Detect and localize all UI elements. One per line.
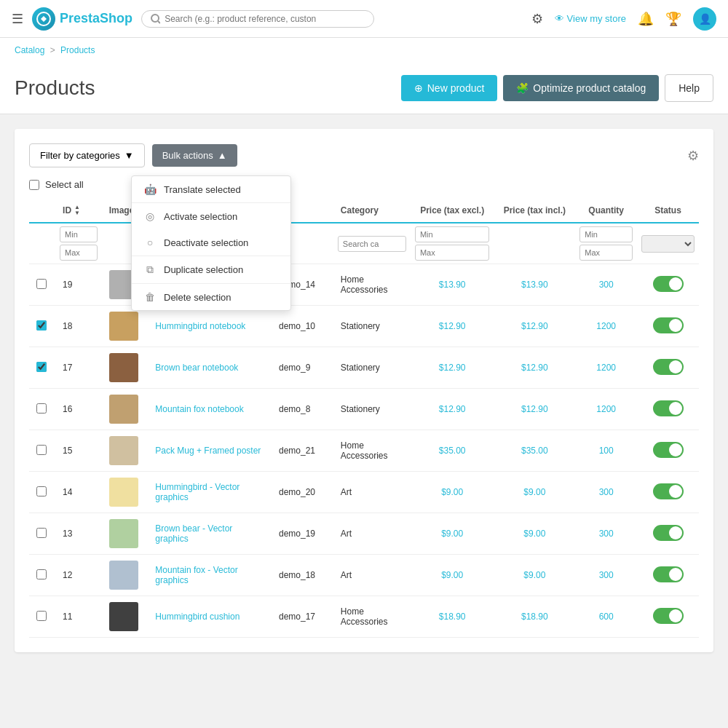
product-link-14[interactable]: Hummingbird - Vector graphics	[155, 482, 240, 502]
dropdown-item-deactivate[interactable]: ○ Deactivate selection	[132, 229, 290, 256]
navbar-right: ⚙ 👁 View my store 🔔 🏆 👤	[531, 7, 716, 31]
dropdown-item-translate[interactable]: 🤖 Translate selected	[132, 176, 290, 202]
breadcrumb-products[interactable]: Products	[60, 45, 95, 55]
row-quantity: 300	[575, 555, 637, 596]
row-category: Stationery	[333, 347, 411, 389]
status-toggle-16[interactable]	[653, 400, 684, 416]
qty-18[interactable]: 1200	[596, 321, 616, 331]
id-min-input[interactable]	[60, 226, 98, 242]
status-toggle-17[interactable]	[653, 359, 684, 375]
price-excl-16[interactable]: $12.90	[439, 404, 466, 414]
row-checkbox-15[interactable]	[36, 445, 47, 455]
price-excl-min-input[interactable]	[415, 226, 490, 242]
dropdown-item-duplicate[interactable]: ⧉ Duplicate selection	[132, 256, 290, 283]
select-all-checkbox[interactable]	[29, 180, 39, 190]
col-category: Category	[333, 199, 411, 223]
filter-by-categories-button[interactable]: Filter by categories ▼	[29, 143, 145, 167]
global-search[interactable]	[141, 10, 374, 28]
qty-15[interactable]: 100	[599, 446, 614, 456]
status-filter-select[interactable]: Active Inactive	[641, 235, 695, 253]
new-product-button[interactable]: ⊕ New product	[401, 75, 498, 101]
qty-16[interactable]: 1200	[596, 404, 616, 414]
price-excl-11[interactable]: $18.90	[439, 612, 466, 622]
product-link-13[interactable]: Brown bear - Vector graphics	[155, 523, 232, 544]
category-search-input[interactable]	[338, 236, 406, 252]
status-toggle-13[interactable]	[653, 525, 684, 541]
price-incl-11[interactable]: $18.90	[521, 612, 548, 622]
id-sort[interactable]: ▲▼	[74, 205, 80, 216]
row-checkbox-18[interactable]	[36, 320, 47, 331]
id-max-input[interactable]	[60, 245, 98, 261]
qty-12[interactable]: 300	[599, 570, 614, 580]
price-excl-12[interactable]: $9.00	[441, 570, 463, 580]
status-toggle-15[interactable]	[653, 442, 684, 458]
table-settings-button[interactable]: ⚙	[687, 148, 699, 164]
price-incl-17[interactable]: $12.90	[521, 363, 548, 373]
price-incl-12[interactable]: $9.00	[523, 570, 545, 580]
search-input[interactable]	[165, 14, 365, 24]
row-checkbox-14[interactable]	[36, 486, 47, 496]
row-checkbox-16[interactable]	[36, 403, 47, 414]
product-link-11[interactable]: Hummingbird cushion	[155, 612, 240, 622]
view-store-button[interactable]: 👁 View my store	[555, 13, 626, 24]
optimize-catalog-button[interactable]: 🧩 Optimize product catalog	[503, 75, 659, 101]
qty-13[interactable]: 300	[599, 529, 614, 539]
price-incl-18[interactable]: $12.90	[521, 321, 548, 331]
page-title: Products	[15, 76, 401, 100]
row-checkbox-17[interactable]	[36, 362, 47, 372]
row-checkbox-19[interactable]	[36, 279, 47, 289]
price-incl-14[interactable]: $9.00	[523, 487, 545, 497]
qty-19[interactable]: 300	[599, 280, 614, 290]
filter-cb-cell	[29, 223, 55, 264]
avatar[interactable]: 👤	[693, 7, 716, 31]
price-incl-16[interactable]: $12.90	[521, 404, 548, 414]
breadcrumb-catalog[interactable]: Catalog	[15, 45, 44, 55]
settings-icon[interactable]: ⚙	[531, 11, 543, 27]
row-checkbox-12[interactable]	[36, 569, 47, 579]
hamburger-icon[interactable]: ☰	[12, 11, 23, 27]
price-excl-15[interactable]: $35.00	[439, 446, 466, 456]
row-category: Art	[333, 555, 411, 596]
bulk-actions-button[interactable]: Bulk actions ▲	[152, 144, 237, 167]
row-status	[637, 389, 699, 430]
row-image-cell	[102, 596, 149, 638]
product-link-12[interactable]: Mountain fox - Vector graphics	[155, 565, 237, 585]
price-excl-17[interactable]: $12.90	[439, 363, 466, 373]
help-button[interactable]: Help	[665, 74, 713, 102]
row-checkbox-13[interactable]	[36, 528, 47, 538]
col-id[interactable]: ID ▲▼	[55, 199, 102, 223]
status-toggle-18[interactable]	[653, 317, 684, 333]
price-excl-14[interactable]: $9.00	[441, 487, 463, 497]
price-incl-19[interactable]: $13.90	[521, 280, 548, 290]
price-excl-max-input[interactable]	[415, 245, 490, 261]
row-id: 15	[55, 430, 102, 472]
product-link-15[interactable]: Pack Mug + Framed poster	[155, 446, 261, 456]
trophy-icon[interactable]: 🏆	[665, 11, 681, 27]
qty-17[interactable]: 1200	[596, 363, 616, 373]
price-excl-13[interactable]: $9.00	[441, 529, 463, 539]
row-status	[637, 264, 699, 306]
qty-11[interactable]: 600	[599, 612, 614, 622]
price-excl-18[interactable]: $12.90	[439, 321, 466, 331]
price-incl-15[interactable]: $35.00	[521, 446, 548, 456]
select-all-label[interactable]: Select all	[45, 179, 84, 190]
status-toggle-19[interactable]	[653, 276, 684, 292]
qty-14[interactable]: 300	[599, 487, 614, 497]
product-link-18[interactable]: Hummingbird notebook	[155, 321, 245, 331]
row-checkbox-cell	[29, 347, 55, 389]
price-excl-19[interactable]: $13.90	[439, 280, 466, 290]
dropdown-item-delete[interactable]: 🗑 Delete selection	[132, 284, 290, 310]
product-thumbnail-17	[109, 353, 138, 382]
product-link-17[interactable]: Brown bear notebook	[155, 363, 238, 373]
status-toggle-14[interactable]	[653, 483, 684, 499]
dropdown-item-activate[interactable]: ◎ Activate selection	[132, 203, 290, 229]
bell-icon[interactable]: 🔔	[638, 11, 654, 27]
row-checkbox-11[interactable]	[36, 611, 47, 621]
qty-max-input[interactable]	[579, 245, 633, 261]
row-price-incl: $12.90	[494, 347, 575, 389]
status-toggle-12[interactable]	[653, 566, 684, 582]
product-link-16[interactable]: Mountain fox notebook	[155, 404, 243, 414]
status-toggle-11[interactable]	[653, 608, 684, 624]
qty-min-input[interactable]	[579, 226, 633, 242]
price-incl-13[interactable]: $9.00	[523, 529, 545, 539]
